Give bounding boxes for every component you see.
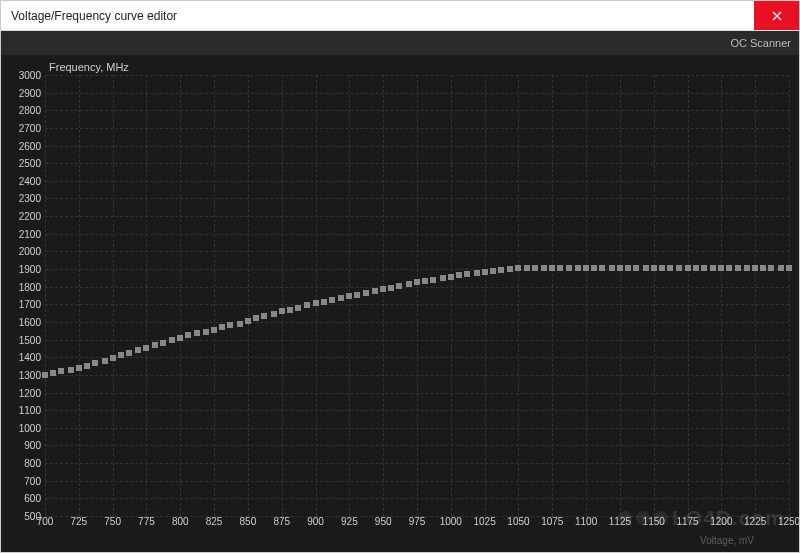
curve-point[interactable] [42,372,48,378]
curve-point[interactable] [118,352,124,358]
plot-area[interactable] [45,75,789,516]
close-icon [772,11,782,21]
curve-point[interactable] [701,265,707,271]
curve-point[interactable] [474,270,480,276]
curve-point[interactable] [591,265,597,271]
curve-point[interactable] [102,358,108,364]
curve-point[interactable] [185,332,191,338]
curve-point[interactable] [211,327,217,333]
curve-point[interactable] [227,322,233,328]
curve-point[interactable] [633,265,639,271]
curve-point[interactable] [169,337,175,343]
y-tick-label: 600 [24,493,41,504]
curve-point[interactable] [372,288,378,294]
curve-point[interactable] [110,355,116,361]
curve-point[interactable] [406,281,412,287]
curve-point[interactable] [541,265,547,271]
curve-point[interactable] [778,265,784,271]
curve-point[interactable] [253,315,259,321]
curve-point[interactable] [321,299,327,305]
curve-point[interactable] [498,267,504,273]
close-button[interactable] [754,1,799,30]
curve-point[interactable] [583,265,589,271]
curve-point[interactable] [643,265,649,271]
curve-point[interactable] [68,367,74,373]
curve-point[interactable] [313,300,319,306]
curve-point[interactable] [651,265,657,271]
curve-point[interactable] [490,268,496,274]
x-tick-label: 1000 [440,516,462,527]
curve-point[interactable] [414,279,420,285]
curve-point[interactable] [448,274,454,280]
curve-point[interactable] [557,265,563,271]
curve-point[interactable] [143,345,149,351]
curve-point[interactable] [685,265,691,271]
curve-point[interactable] [261,313,267,319]
curve-point[interactable] [126,350,132,356]
curve-point[interactable] [524,265,530,271]
titlebar[interactable]: Voltage/Frequency curve editor [1,1,799,31]
curve-point[interactable] [135,347,141,353]
curve-point[interactable] [295,305,301,311]
curve-point[interactable] [287,307,293,313]
curve-point[interactable] [718,265,724,271]
curve-point[interactable] [768,265,774,271]
curve-point[interactable] [786,265,792,271]
curve-point[interactable] [160,340,166,346]
curve-point[interactable] [566,265,572,271]
curve-point[interactable] [464,271,470,277]
curve-point[interactable] [726,265,732,271]
curve-point[interactable] [346,293,352,299]
curve-point[interactable] [363,290,369,296]
curve-point[interactable] [304,302,310,308]
curve-point[interactable] [744,265,750,271]
curve-point[interactable] [752,265,758,271]
curve-point[interactable] [667,265,673,271]
curve-point[interactable] [532,265,538,271]
curve-point[interactable] [599,265,605,271]
curve-point[interactable] [92,360,98,366]
curve-point[interactable] [177,335,183,341]
curve-point[interactable] [338,295,344,301]
curve-point[interactable] [440,275,446,281]
curve-point[interactable] [422,278,428,284]
curve-point[interactable] [676,265,682,271]
y-tick-label: 1600 [19,316,41,327]
curve-point[interactable] [507,266,513,272]
curve-point[interactable] [271,311,277,317]
curve-point[interactable] [237,321,243,327]
grid-line-vertical [586,75,587,516]
curve-point[interactable] [245,318,251,324]
curve-point[interactable] [84,363,90,369]
curve-point[interactable] [430,277,436,283]
curve-point[interactable] [194,330,200,336]
curve-point[interactable] [58,368,64,374]
curve-point[interactable] [659,265,665,271]
curve-point[interactable] [456,272,462,278]
curve-point[interactable] [380,286,386,292]
curve-point[interactable] [482,269,488,275]
curve-point[interactable] [50,370,56,376]
curve-point[interactable] [549,265,555,271]
oc-scanner-button[interactable]: OC Scanner [730,37,791,49]
curve-point[interactable] [396,283,402,289]
window-frame: Voltage/Frequency curve editor OC Scanne… [0,0,800,553]
curve-point[interactable] [617,265,623,271]
curve-point[interactable] [710,265,716,271]
curve-point[interactable] [625,265,631,271]
curve-point[interactable] [693,265,699,271]
curve-point[interactable] [609,265,615,271]
curve-point[interactable] [575,265,581,271]
curve-point[interactable] [219,324,225,330]
curve-point[interactable] [515,265,521,271]
curve-point[interactable] [760,265,766,271]
curve-point[interactable] [76,365,82,371]
curve-point[interactable] [354,292,360,298]
curve-point[interactable] [329,297,335,303]
curve-point[interactable] [203,329,209,335]
curve-point[interactable] [735,265,741,271]
curve-point[interactable] [388,285,394,291]
grid-line-horizontal [45,516,789,517]
curve-point[interactable] [279,308,285,314]
curve-point[interactable] [152,342,158,348]
